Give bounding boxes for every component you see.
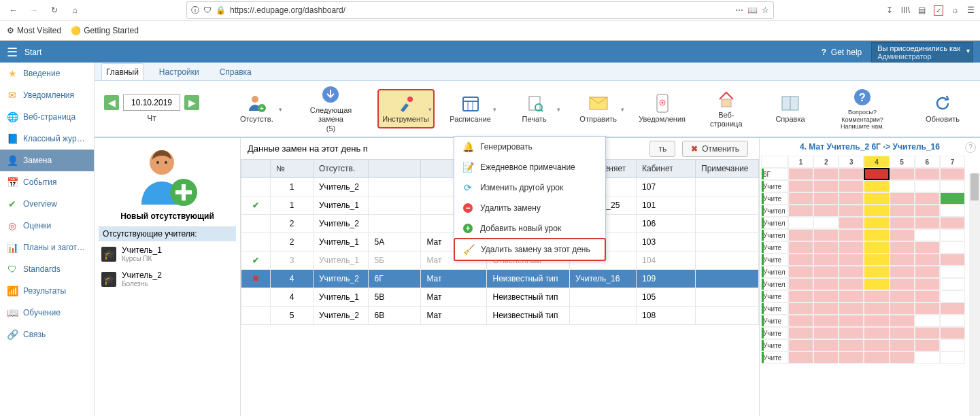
mini-row-label[interactable]: Учите (761, 315, 788, 327)
mini-cell[interactable] (788, 302, 813, 315)
mini-cell[interactable] (864, 217, 889, 229)
mini-cell[interactable] (864, 205, 889, 217)
mini-cell[interactable] (915, 205, 940, 217)
mini-cell[interactable] (839, 278, 864, 290)
forward-button[interactable]: → (26, 2, 42, 18)
mini-cell[interactable] (813, 205, 839, 217)
table-header[interactable]: Примечание (696, 160, 759, 178)
mini-cell[interactable] (839, 168, 864, 180)
bookmark-getting-started[interactable]: 🟡Getting Started (71, 26, 139, 35)
print-button[interactable]: Печать▾ (507, 90, 562, 127)
dropdown-item[interactable]: ⟳Изменить другой урок (454, 177, 605, 198)
help-link[interactable]: ? Get help (822, 48, 862, 57)
mini-row-label[interactable]: Учите (761, 339, 788, 351)
mini-cell[interactable] (864, 241, 889, 254)
mini-cell[interactable] (813, 254, 839, 266)
absent-teacher-row[interactable]: 🎓Учитель_1Курсы ПК (99, 241, 236, 266)
faq-button[interactable]: ? Вопросы? Комментарии? Напишите нам. (826, 84, 898, 134)
profile-icon[interactable]: ☼ (951, 5, 959, 15)
dropdown-item[interactable]: −Удалить замену (454, 198, 605, 218)
webpage-button[interactable]: Веб-страница (698, 86, 754, 132)
help-icon[interactable]: ? (965, 142, 976, 153)
mini-row-label[interactable]: Учите (761, 180, 788, 192)
mini-cell[interactable] (864, 302, 889, 315)
dropdown-item[interactable]: +Добавить новый урок (454, 218, 605, 239)
mini-cell[interactable] (940, 254, 965, 266)
mini-cell[interactable] (890, 168, 915, 180)
help-button[interactable]: Справка (762, 90, 818, 127)
mini-cell[interactable] (839, 302, 864, 315)
table-header[interactable] (369, 160, 421, 178)
schedule-button[interactable]: Расписание▾ (443, 90, 499, 127)
notifications-button[interactable]: Уведомления (635, 90, 690, 127)
mini-cell[interactable] (839, 327, 864, 339)
mini-row-label[interactable]: Учите (761, 192, 788, 205)
mini-cell[interactable] (813, 241, 839, 254)
mini-cell[interactable] (890, 266, 915, 278)
date-prev-button[interactable]: ◀ (104, 95, 119, 110)
sidebar-icon[interactable]: ▤ (918, 5, 926, 15)
mini-cell[interactable] (890, 302, 915, 315)
mini-cell[interactable] (864, 315, 889, 327)
mini-cell[interactable] (915, 217, 940, 229)
mini-cell[interactable] (940, 229, 965, 241)
refresh-button[interactable]: Обновить (915, 90, 970, 127)
table-header[interactable] (241, 160, 271, 178)
mini-cell[interactable] (940, 278, 965, 290)
mini-cell[interactable] (839, 290, 864, 302)
mini-cell[interactable] (915, 327, 940, 339)
mini-cell[interactable] (788, 217, 813, 229)
mini-cell[interactable] (788, 266, 813, 278)
mini-cell[interactable] (890, 315, 915, 327)
mini-cell[interactable] (915, 180, 940, 192)
mini-cell[interactable] (788, 254, 813, 266)
mini-cell[interactable] (890, 229, 915, 241)
mini-cell[interactable] (788, 278, 813, 290)
table-header[interactable]: Отсутств. (314, 160, 369, 178)
mini-cell[interactable] (915, 302, 940, 315)
mini-cell[interactable] (940, 315, 965, 327)
mini-cell[interactable] (839, 192, 864, 205)
mini-row-label[interactable]: Учител (761, 205, 788, 217)
dropdown-item[interactable]: 🔔Генерировать (454, 137, 605, 157)
mini-cell[interactable] (788, 229, 813, 241)
mini-cell[interactable] (839, 315, 864, 327)
sidebar-item-Оценки[interactable]: ◎Оценки (0, 215, 94, 237)
mini-cell[interactable] (940, 192, 965, 205)
mini-cell[interactable] (788, 205, 813, 217)
mini-cell[interactable] (864, 266, 889, 278)
sidebar-item-Замена[interactable]: 👤Замена (0, 150, 94, 171)
mini-cell[interactable] (890, 192, 915, 205)
reload-button[interactable]: ↻ (46, 2, 63, 18)
mini-row-label[interactable]: Учител (761, 217, 788, 229)
new-absent-avatar[interactable] (135, 143, 200, 209)
absence-button[interactable]: + Отсутств.▾ (229, 90, 284, 127)
mini-row-label[interactable]: Учител (761, 229, 788, 241)
cancel-button[interactable]: ✖Отменить (682, 141, 748, 157)
sidebar-item-Классный жур…[interactable]: 📘Классный жур… (0, 128, 94, 150)
mini-cell[interactable] (839, 254, 864, 266)
sidebar-item-Overview[interactable]: ✔Overview (0, 193, 94, 215)
sidebar-item-Уведомления[interactable]: ✉Уведомления (0, 84, 94, 106)
mcafee-icon[interactable]: ✓ (934, 5, 943, 16)
mini-cell[interactable] (864, 254, 889, 266)
table-header[interactable]: № (271, 160, 314, 178)
sidebar-item-Планы и загот…[interactable]: 📊Планы и загот… (0, 237, 94, 258)
sidebar-item-Введение[interactable]: ★Введение (0, 63, 94, 84)
mini-cell[interactable] (940, 290, 965, 302)
mini-row-label[interactable]: Учите (761, 351, 788, 364)
mini-row-label[interactable]: Учите (761, 254, 788, 266)
next-sub-button[interactable]: Следующая замена (5) (292, 81, 369, 137)
mini-cell[interactable] (788, 192, 813, 205)
mini-cell[interactable] (940, 266, 965, 278)
download-icon[interactable]: ↧ (886, 5, 893, 15)
mini-cell[interactable] (915, 290, 940, 302)
mini-cell[interactable] (864, 180, 889, 192)
mini-cell[interactable] (890, 327, 915, 339)
start-label[interactable]: Start (24, 48, 41, 57)
mini-cell[interactable] (839, 351, 864, 364)
mini-cell[interactable] (915, 351, 940, 364)
mini-cell[interactable] (839, 229, 864, 241)
mini-cell[interactable] (813, 266, 839, 278)
mini-row-label[interactable]: Учител (761, 266, 788, 278)
